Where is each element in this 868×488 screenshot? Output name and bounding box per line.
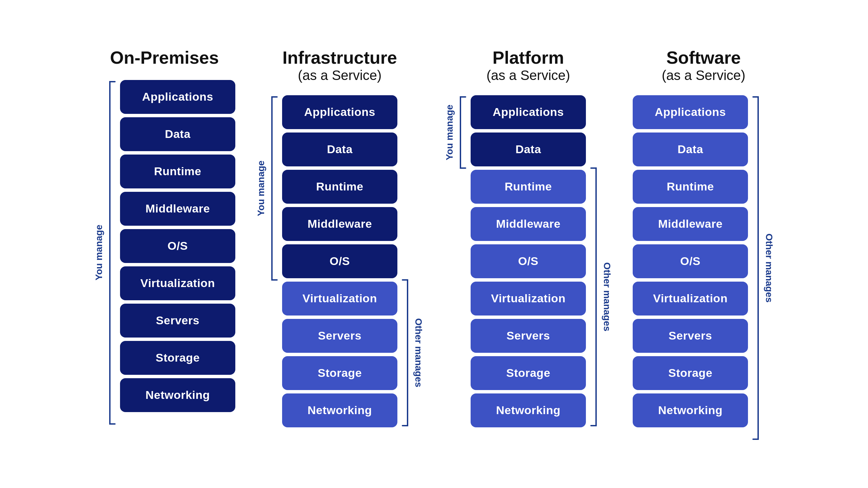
paas-subtitle: (as a Service): [487, 68, 570, 83]
list-item: Storage: [282, 356, 397, 390]
list-item: Runtime: [633, 170, 748, 204]
you-manage-label-2: You manage: [444, 95, 455, 170]
list-item: Virtualization: [633, 282, 748, 316]
paas-title: Platform: [487, 47, 570, 68]
iaas-subtitle: (as a Service): [282, 68, 397, 83]
list-item: Servers: [120, 304, 235, 338]
column-on-premises: On-Premises You manage Applications Data…: [94, 47, 235, 426]
list-item: Middleware: [633, 207, 748, 241]
right-bracket-3: [751, 95, 762, 441]
list-item: Virtualization: [471, 282, 586, 316]
list-item: Data: [282, 133, 397, 166]
other-manages-label-2: Other manages: [601, 166, 612, 427]
other-manages-label-1: Other manages: [413, 278, 424, 427]
list-item: O/S: [120, 229, 235, 263]
list-item: Middleware: [282, 207, 397, 241]
list-item: Runtime: [471, 170, 586, 204]
list-item: Servers: [471, 319, 586, 353]
list-item: Data: [633, 133, 748, 166]
list-item: O/S: [471, 244, 586, 278]
list-item: Storage: [633, 356, 748, 390]
on-premises-header: On-Premises: [110, 47, 219, 68]
list-item: Virtualization: [120, 266, 235, 300]
column-paas: Platform (as a Service) You manage Appli…: [444, 47, 612, 427]
paas-header: Platform (as a Service): [487, 47, 570, 83]
saas-title: Software: [662, 47, 746, 68]
list-item: Storage: [471, 356, 586, 390]
other-manages-label-3: Other manages: [764, 233, 774, 303]
list-item: Applications: [633, 95, 748, 129]
column-iaas: Infrastructure (as a Service) You manage…: [256, 47, 424, 427]
list-item: O/S: [633, 244, 748, 278]
list-item: Runtime: [282, 170, 397, 204]
list-item: Applications: [471, 95, 586, 129]
stack-saas: Applications Data Runtime Middleware O/S…: [633, 95, 748, 441]
list-item: O/S: [282, 244, 397, 278]
list-item: Middleware: [120, 192, 235, 226]
iaas-title: Infrastructure: [282, 47, 397, 68]
list-item: Applications: [282, 95, 397, 129]
saas-header: Software (as a Service): [662, 47, 746, 83]
list-item: Networking: [120, 378, 235, 412]
list-item: Middleware: [471, 207, 586, 241]
list-item: Runtime: [120, 155, 235, 188]
on-premises-title: On-Premises: [110, 47, 219, 68]
left-bracket-1: [269, 95, 279, 282]
right-bracket-1: [401, 278, 411, 427]
main-container: On-Premises You manage Applications Data…: [0, 27, 868, 461]
you-manage-label-1: You manage: [256, 95, 267, 282]
list-item: Networking: [471, 393, 586, 427]
you-manage-label-0: You manage: [94, 225, 104, 280]
list-item: Applications: [120, 80, 235, 114]
list-item: Servers: [282, 319, 397, 353]
left-bracket-0: [106, 80, 117, 426]
list-item: Data: [120, 117, 235, 151]
list-item: Servers: [633, 319, 748, 353]
list-item: Virtualization: [282, 282, 397, 316]
list-item: Networking: [633, 393, 748, 427]
stack-iaas: Applications Data Runtime Middleware O/S…: [282, 95, 397, 427]
list-item: Networking: [282, 393, 397, 427]
iaas-header: Infrastructure (as a Service): [282, 47, 397, 83]
list-item: Data: [471, 133, 586, 166]
stack-on-premises: Applications Data Runtime Middleware O/S…: [120, 80, 235, 426]
column-saas: Software (as a Service) Applications Dat…: [633, 47, 774, 441]
stack-paas: Applications Data Runtime Middleware O/S…: [471, 95, 586, 427]
saas-subtitle: (as a Service): [662, 68, 746, 83]
list-item: Storage: [120, 341, 235, 375]
left-bracket-2: [457, 95, 467, 170]
right-bracket-2: [589, 166, 599, 427]
